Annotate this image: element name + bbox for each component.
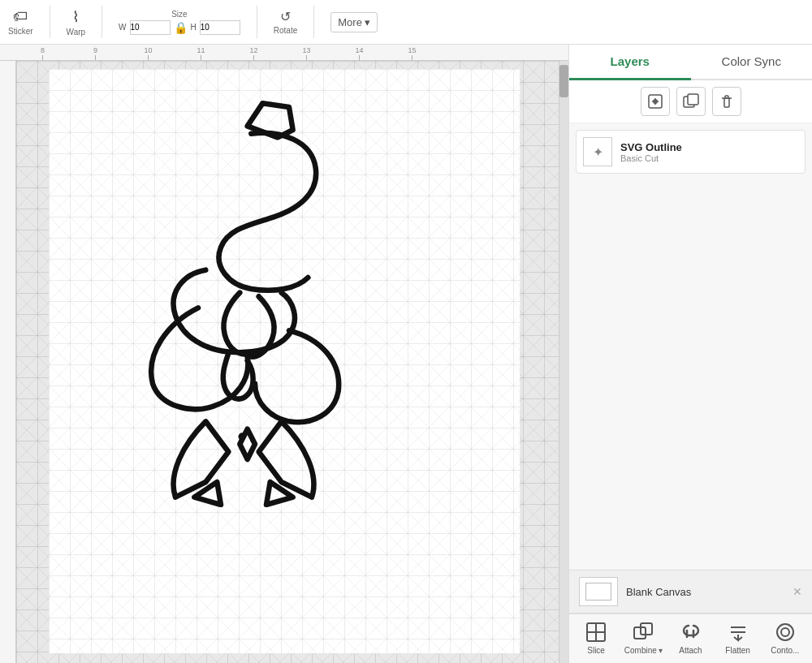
divider-3 — [257, 6, 257, 38]
combine-button[interactable]: Combine ▾ — [624, 621, 663, 655]
grid-canvas[interactable] — [16, 61, 559, 663]
svg-point-18 — [781, 628, 789, 636]
attach-icon — [677, 621, 703, 644]
ruler-mark-8: 8 — [16, 47, 69, 60]
ruler-h-inner: 8 9 10 11 12 13 14 15 — [0, 45, 438, 60]
slice-icon — [583, 621, 609, 644]
more-button[interactable]: More ▾ — [330, 12, 378, 32]
layer-item-0[interactable]: ✦ SVG Outline Basic Cut — [576, 130, 806, 174]
ruler-mark-12: 12 — [227, 47, 280, 60]
more-label: More — [338, 16, 362, 28]
svg-point-17 — [777, 624, 793, 640]
tab-color-sync[interactable]: Color Sync — [691, 45, 813, 79]
svg-drawing — [130, 93, 357, 507]
canvas-item-row: Blank Canvas ✕ — [569, 570, 812, 613]
contour-icon — [772, 621, 798, 644]
warp-icon: ⌇ — [72, 8, 80, 26]
contour-label: Conto... — [771, 646, 799, 655]
combine-label: Combine — [624, 646, 657, 655]
scrollbar-thumb[interactable] — [559, 65, 568, 97]
bottom-actions: Slice Combine ▾ — [569, 613, 812, 663]
layer-name-0: SVG Outline — [620, 141, 798, 153]
flatten-label: Flatten — [725, 646, 750, 655]
width-input[interactable] — [130, 20, 171, 35]
attach-label: Attach — [679, 646, 702, 655]
add-layer-icon — [647, 93, 663, 110]
ruler-horizontal: 8 9 10 11 12 13 14 15 — [0, 45, 568, 61]
add-layer-button[interactable] — [641, 87, 670, 116]
canvas-thumbnail — [579, 577, 618, 606]
ruler-mark-14: 14 — [333, 47, 386, 60]
duplicate-layer-icon — [683, 93, 699, 110]
duplicate-layer-button[interactable] — [676, 87, 706, 116]
size-label: Size — [119, 10, 240, 19]
sticker-label: Sticker — [8, 27, 33, 36]
divider-4 — [313, 6, 314, 38]
svg-rect-8 — [725, 96, 728, 98]
canvas-close-button[interactable]: ✕ — [793, 585, 802, 598]
width-label: W — [119, 23, 126, 32]
ruler-mark-10: 10 — [122, 47, 175, 60]
svg-point-0 — [238, 433, 245, 440]
height-label: H — [191, 23, 197, 32]
slice-label: Slice — [587, 646, 605, 655]
ruler-vertical — [0, 61, 16, 663]
ruler-mark-13: 13 — [280, 47, 333, 60]
delete-layer-icon — [719, 93, 735, 110]
canvas-label: Blank Canvas — [626, 586, 691, 598]
flatten-button[interactable]: Flatten — [719, 621, 758, 655]
combine-icon — [630, 621, 656, 644]
vertical-scrollbar[interactable] — [559, 61, 568, 663]
toolbar: 🏷 Sticker ⌇ Warp Size W 🔒 H ↺ Rotate Mor… — [0, 0, 812, 45]
slice-button[interactable]: Slice — [577, 621, 615, 655]
contour-button[interactable]: Conto... — [766, 621, 805, 655]
sticker-tool[interactable]: 🏷 Sticker — [8, 8, 33, 36]
delete-layer-button[interactable] — [712, 87, 741, 116]
layer-thumbnail-0: ✦ — [583, 137, 612, 166]
more-chevron-icon: ▾ — [365, 16, 370, 28]
sticker-icon: 🏷 — [13, 8, 28, 25]
rotate-icon: ↺ — [280, 9, 291, 24]
svg-rect-7 — [688, 94, 698, 105]
svg-point-1 — [250, 438, 255, 443]
ruler-mark-15: 15 — [386, 47, 438, 60]
divider-2 — [102, 6, 102, 38]
rotate-group: ↺ Rotate — [274, 9, 297, 35]
size-group: Size W 🔒 H — [119, 10, 240, 35]
layer-sub-0: Basic Cut — [620, 153, 798, 163]
main-area: 8 9 10 11 12 13 14 15 — [0, 45, 812, 663]
white-canvas — [49, 69, 520, 653]
divider-1 — [50, 6, 50, 38]
combine-chevron-icon: ▾ — [659, 646, 663, 655]
layer-list: ✦ SVG Outline Basic Cut — [569, 123, 812, 570]
flatten-icon — [725, 621, 751, 644]
combine-dropdown[interactable]: Combine ▾ — [624, 646, 663, 655]
tab-layers[interactable]: Layers — [569, 45, 691, 80]
warp-label: Warp — [67, 28, 86, 37]
height-input[interactable] — [200, 20, 240, 35]
lock-icon: 🔒 — [174, 21, 188, 34]
warp-tool[interactable]: ⌇ Warp — [67, 8, 86, 37]
svg-text:✦: ✦ — [593, 145, 603, 159]
rotate-label: Rotate — [274, 26, 297, 35]
right-panel: Layers Color Sync — [568, 45, 812, 663]
panel-tabs: Layers Color Sync — [569, 45, 812, 80]
ruler-mark-11: 11 — [175, 47, 227, 60]
layer-icons-row — [569, 80, 812, 123]
ruler-mark-9: 9 — [69, 47, 122, 60]
layer-info-0: SVG Outline Basic Cut — [620, 141, 798, 163]
layer-thumb-svg: ✦ — [586, 140, 609, 163]
attach-button[interactable]: Attach — [671, 621, 710, 655]
canvas-area: 8 9 10 11 12 13 14 15 — [0, 45, 568, 663]
